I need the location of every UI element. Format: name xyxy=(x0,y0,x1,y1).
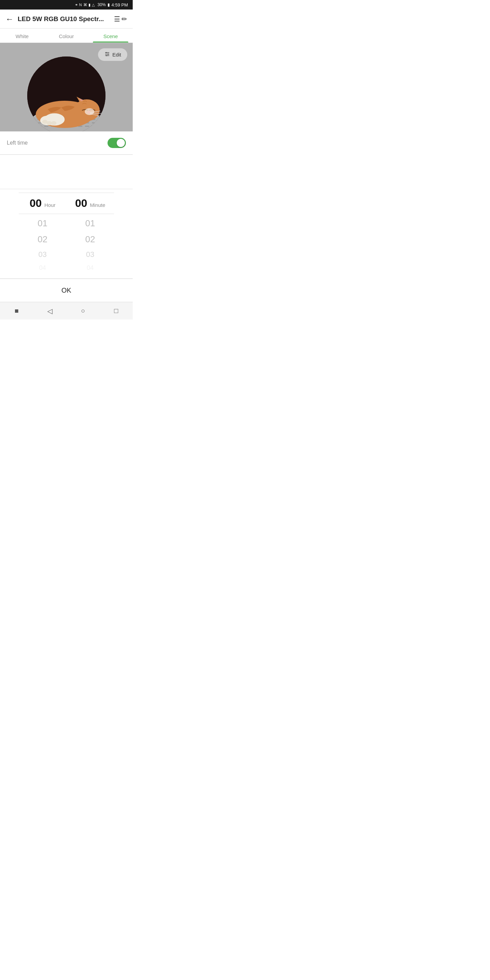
time-picker: 00 Hour 01 02 03 04 00 Minute 01 0 xyxy=(0,189,133,274)
stop-button[interactable]: ■ xyxy=(8,304,25,318)
nfc-icon: N xyxy=(79,3,82,7)
minute-column: 00 Minute 01 02 03 04 xyxy=(66,192,114,274)
tab-white[interactable]: White xyxy=(0,29,44,43)
scene-image xyxy=(27,56,105,131)
minute-option-03[interactable]: 03 xyxy=(66,247,114,262)
battery-icon: ▮ xyxy=(108,2,110,7)
svg-point-17 xyxy=(51,121,56,125)
signal-icon: △ xyxy=(92,3,95,7)
pencil-icon: ✏ xyxy=(121,15,127,23)
home-icon: ○ xyxy=(81,307,85,315)
sliders-icon xyxy=(104,51,110,58)
tab-scene[interactable]: Scene xyxy=(89,29,133,43)
minute-option-04[interactable]: 04 xyxy=(66,262,114,274)
hour-unit: Hour xyxy=(45,202,56,208)
edit-label: Edit xyxy=(112,52,121,57)
battery-percentage: 30% xyxy=(98,2,106,7)
home-button[interactable]: ○ xyxy=(75,304,92,318)
minute-unit: Minute xyxy=(90,202,105,208)
edit-pencil-button[interactable]: ☰ ✏ xyxy=(114,15,127,23)
minute-selected: 00 xyxy=(75,197,88,210)
hour-column: 00 Hour 01 02 03 04 xyxy=(19,192,66,274)
page-title: LED 5W RGB GU10 Spectr... xyxy=(18,15,114,23)
edit-button[interactable]: Edit xyxy=(98,48,127,61)
minute-option-02[interactable]: 02 xyxy=(66,231,114,247)
hour-option-02[interactable]: 02 xyxy=(19,231,66,247)
svg-point-5 xyxy=(106,55,107,56)
list-icon: ☰ xyxy=(114,15,120,23)
status-icons: ⚭ N ⌘ ▮ △ xyxy=(75,3,95,7)
time-spacer xyxy=(0,155,133,189)
back-nav-icon: ◁ xyxy=(47,307,52,315)
minute-header: 00 Minute xyxy=(66,192,114,214)
svg-point-25 xyxy=(85,108,94,115)
status-bar: ⚭ N ⌘ ▮ △ 30% ▮ 4:59 PM xyxy=(0,0,133,10)
bottom-sheet: Left time 00 Hour 01 02 03 04 xyxy=(0,131,133,302)
minute-options: 01 02 03 04 xyxy=(66,214,114,274)
hour-option-04[interactable]: 04 xyxy=(19,262,66,274)
bottom-navigation: ■ ◁ ○ □ xyxy=(0,302,133,320)
back-nav-button[interactable]: ◁ xyxy=(41,304,58,318)
left-time-label: Left time xyxy=(7,140,27,146)
hour-option-01[interactable]: 01 xyxy=(19,215,66,231)
top-nav: ← LED 5W RGB GU10 Spectr... ☰ ✏ xyxy=(0,10,133,29)
svg-point-4 xyxy=(108,54,109,55)
status-time: 4:59 PM xyxy=(111,2,128,8)
tab-bar: White Colour Scene xyxy=(0,29,133,43)
back-button[interactable]: ← xyxy=(5,14,14,24)
toggle-thumb xyxy=(117,139,125,147)
recents-icon: □ xyxy=(114,307,118,315)
svg-point-3 xyxy=(106,52,107,53)
recents-button[interactable]: □ xyxy=(108,304,124,318)
left-time-toggle[interactable] xyxy=(108,138,126,148)
ok-button[interactable]: OK xyxy=(0,279,133,302)
tab-colour[interactable]: Colour xyxy=(44,29,89,43)
no-sim-icon: ▮ xyxy=(89,3,91,7)
hour-header: 00 Hour xyxy=(19,192,66,214)
hour-options: 01 02 03 04 xyxy=(19,214,66,274)
bluetooth-icon: ⚭ xyxy=(75,3,78,7)
hour-selected: 00 xyxy=(30,197,42,210)
stop-icon: ■ xyxy=(14,307,19,315)
wifi-icon: ⌘ xyxy=(83,3,87,7)
minute-option-01[interactable]: 01 xyxy=(66,215,114,231)
scene-area: Edit xyxy=(0,43,133,131)
time-columns: 00 Hour 01 02 03 04 00 Minute 01 0 xyxy=(0,192,133,274)
hour-option-03[interactable]: 03 xyxy=(19,247,66,262)
left-time-row: Left time xyxy=(0,132,133,154)
